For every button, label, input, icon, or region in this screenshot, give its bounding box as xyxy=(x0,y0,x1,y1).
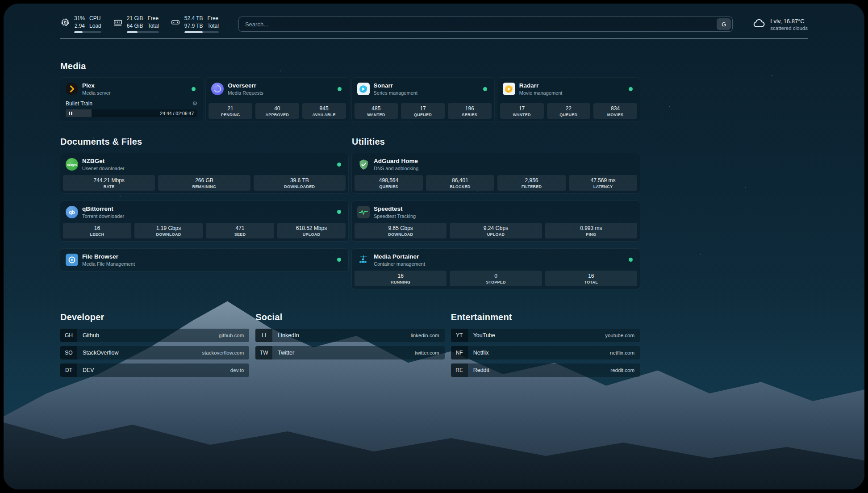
search-input[interactable] xyxy=(240,21,717,28)
stat-label: DOWNLOADED xyxy=(255,184,345,189)
media-services-grid: Plex Media server Bullet Train ⚙ xyxy=(60,78,640,121)
disk-total-label: Total xyxy=(208,23,219,30)
stat-box: 485 WANTED xyxy=(355,103,398,119)
bookmark-url: stackoverflow.com xyxy=(202,350,244,355)
bookmark-abbr: GH xyxy=(60,329,77,342)
bookmarks-section: Developer GH Github github.com SO StackO… xyxy=(60,312,640,377)
service-subtitle: Usenet downloader xyxy=(82,166,125,171)
stat-label: UPLOAD xyxy=(451,232,541,237)
memory-total-label: Total xyxy=(147,23,159,30)
stat-value: 16 xyxy=(546,273,636,279)
bookmark-name: YouTube xyxy=(473,332,495,338)
radarr-icon xyxy=(503,83,515,95)
bookmark-name: Github xyxy=(83,332,99,338)
playback-progress-bar[interactable]: 24:44 / 02:06:47 xyxy=(66,109,197,117)
memory-usage-bar xyxy=(127,31,159,33)
stat-value: 9.65 Gbps xyxy=(355,225,446,231)
status-indicator xyxy=(337,163,341,167)
service-title: qBittorrent xyxy=(82,205,124,213)
section-title-utilities: Utilities xyxy=(352,137,640,147)
service-card-portainer[interactable]: Media Portainer Container management 16 … xyxy=(352,249,640,289)
bookmark-link-stackoverflow[interactable]: SO StackOverflow stackoverflow.com xyxy=(60,346,249,359)
bookmark-url: netflix.com xyxy=(610,350,634,355)
stat-label: MOVIES xyxy=(594,113,636,117)
bookmark-abbr: SO xyxy=(60,346,77,359)
header-divider xyxy=(60,38,808,39)
cpu-bar-fill xyxy=(74,31,83,33)
bookmark-link-youtube[interactable]: YT YouTube youtube.com xyxy=(451,329,640,342)
stat-box: 945 AVAILABLE xyxy=(302,103,346,119)
service-card-adguard[interactable]: AdGuard Home DNS and adblocking 498,564 … xyxy=(352,153,640,193)
stat-value: 9.24 Gbps xyxy=(451,225,541,231)
service-title: Speedtest xyxy=(374,205,416,213)
bookmark-group-social: Social LI LinkedIn linkedin.com TW Twitt… xyxy=(255,312,444,377)
stat-value: 16 xyxy=(355,273,446,279)
service-card-qbittorrent[interactable]: qb qBittorrent Torrent downloader 16 xyxy=(60,201,348,241)
nzbget-icon: nzbget xyxy=(66,158,78,171)
search-provider-button[interactable]: G xyxy=(717,18,731,30)
service-card-plex[interactable]: Plex Media server Bullet Train ⚙ xyxy=(60,78,203,121)
stat-label: QUEUED xyxy=(402,113,444,117)
service-title: Plex xyxy=(82,82,111,90)
cpu-load: 2.94 xyxy=(74,23,85,30)
memory-icon xyxy=(113,17,123,29)
bookmark-link-github[interactable]: GH Github github.com xyxy=(60,329,249,342)
bookmark-link-netflix[interactable]: NF Netflix netflix.com xyxy=(451,346,640,359)
service-card-sonarr[interactable]: Sonarr Series management 485 WANTED 17 Q… xyxy=(352,78,494,121)
stat-label: LEECH xyxy=(64,232,130,237)
pause-button[interactable] xyxy=(69,112,72,115)
stat-label: QUEUED xyxy=(548,113,590,117)
service-card-nzbget[interactable]: nzbget NZBGet Usenet downloader 744.21 M… xyxy=(60,153,348,193)
stat-box: 22 QUEUED xyxy=(547,103,591,119)
bookmark-abbr: LI xyxy=(255,329,272,342)
stat-box: 40 APPROVED xyxy=(255,103,299,119)
bookmark-link-reddit[interactable]: RE Reddit reddit.com xyxy=(451,363,640,377)
bookmark-link-dev[interactable]: DT DEV dev.to xyxy=(60,363,249,377)
stat-label: STOPPED xyxy=(451,280,541,284)
filebrowser-icon xyxy=(66,254,78,266)
disk-usage-bar xyxy=(184,31,219,33)
bookmark-name: Twitter xyxy=(278,350,294,356)
stat-box: 86,401 BLOCKED xyxy=(426,175,494,191)
stat-box: 471 SEED xyxy=(206,223,274,238)
stat-value: 1.19 Gbps xyxy=(135,225,202,231)
service-card-overseerr[interactable]: Overseerr Media Requests 21 PENDING 40 A… xyxy=(206,78,348,121)
stat-value: 2,956 xyxy=(498,177,565,184)
status-indicator xyxy=(338,87,342,91)
stat-label: FILTERED xyxy=(498,184,565,189)
service-stats: 21 PENDING 40 APPROVED 945 AVAILABLE xyxy=(209,103,346,119)
stat-box: 266 GB REMAINING xyxy=(158,175,250,191)
stat-box: 9.24 Gbps UPLOAD xyxy=(450,223,542,238)
section-title-documents: Documents & Files xyxy=(60,137,348,147)
stat-label: UPLOAD xyxy=(278,232,345,237)
memory-widget: 21 GiB Free 64 GiB Total xyxy=(113,15,159,33)
stat-label: DOWNLOAD xyxy=(355,232,446,237)
disk-total: 97.9 TB xyxy=(184,23,203,30)
qbittorrent-icon: qb xyxy=(66,206,78,218)
stat-value: 744.21 Mbps xyxy=(64,177,154,184)
service-title: AdGuard Home xyxy=(374,158,418,165)
memory-bar-fill xyxy=(127,31,138,33)
sonarr-icon xyxy=(357,83,370,95)
stat-box: 17 QUEUED xyxy=(401,103,445,119)
bookmark-link-linkedin[interactable]: LI LinkedIn linkedin.com xyxy=(255,329,444,342)
service-title: NZBGet xyxy=(82,158,125,165)
service-title: Radarr xyxy=(519,82,563,90)
stat-box: 2,956 FILTERED xyxy=(497,175,566,191)
plex-now-playing: Bullet Train ⚙ 24:44 / 02:06:47 xyxy=(63,100,200,119)
bookmark-link-twitter[interactable]: TW Twitter twitter.com xyxy=(255,346,444,359)
service-card-radarr[interactable]: Radarr Movie management 17 WANTED 22 QUE… xyxy=(497,78,640,121)
status-indicator xyxy=(337,210,341,214)
stat-box: 39.6 TB DOWNLOADED xyxy=(254,175,346,191)
service-card-speedtest[interactable]: Speedtest Speedtest Tracking 9.65 Gbps D… xyxy=(352,201,640,241)
bookmark-group-title: Entertainment xyxy=(451,312,640,322)
stat-box: 618.52 Mbps UPLOAD xyxy=(277,223,346,238)
service-card-filebrowser[interactable]: File Browser Media File Management xyxy=(60,249,348,271)
playback-time: 24:44 / 02:06:47 xyxy=(160,111,194,116)
search-bar[interactable]: G xyxy=(238,17,733,32)
stat-label: LATENCY xyxy=(570,184,636,189)
memory-free: 21 GiB xyxy=(127,15,143,22)
stat-label: WANTED xyxy=(501,113,543,117)
service-subtitle: Movie management xyxy=(519,90,563,96)
settings-icon[interactable]: ⚙ xyxy=(192,100,198,107)
